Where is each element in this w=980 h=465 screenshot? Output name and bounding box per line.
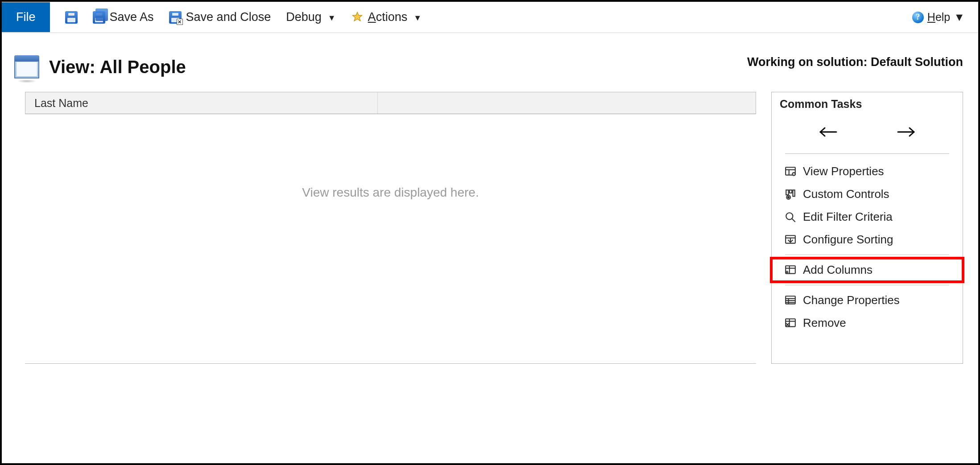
arrow-left-icon: [818, 125, 839, 139]
common-tasks-panel: Common Tasks i View Properties Cust: [771, 92, 963, 364]
svg-point-13: [786, 213, 793, 219]
task-label: Remove: [803, 316, 846, 330]
task-change-properties[interactable]: Change Properties: [772, 289, 963, 312]
help-label: Help: [927, 11, 950, 24]
task-label: Change Properties: [803, 293, 900, 307]
remove-column-icon: [784, 317, 797, 329]
common-tasks-title: Common Tasks: [772, 92, 963, 119]
svg-text:i: i: [794, 173, 794, 175]
view-entity-icon: [14, 55, 39, 78]
svg-rect-8: [786, 190, 788, 195]
toolbar-left: File Save As ✕ Save and Close Debug ▼: [2, 2, 912, 32]
solution-indicator: Working on solution: Default Solution: [747, 55, 963, 69]
content-row: Last Name View results are displayed her…: [2, 92, 978, 364]
task-custom-controls[interactable]: Custom Controls: [772, 183, 963, 206]
page-title-prefix: View:: [49, 57, 95, 77]
column-header-label: Last Name: [34, 97, 88, 110]
solution-prefix: Working on solution:: [747, 55, 867, 69]
save-button[interactable]: [65, 11, 78, 24]
add-column-icon: [784, 264, 797, 276]
file-tab-label: File: [16, 10, 36, 24]
help-menu[interactable]: ? Help ▼: [912, 11, 965, 24]
properties-list-icon: [784, 295, 797, 306]
debug-label: Debug: [286, 10, 322, 24]
arrow-right-icon: [895, 125, 917, 139]
task-label: View Properties: [803, 165, 884, 178]
save-and-close-label: Save and Close: [186, 10, 271, 24]
page-header: View: All People Working on solution: De…: [2, 33, 978, 92]
divider: [785, 255, 949, 255]
magnifier-icon: [784, 211, 797, 223]
save-as-icon: [93, 11, 105, 24]
debug-menu[interactable]: Debug ▼: [286, 10, 335, 24]
actions-label: Actions: [368, 10, 408, 24]
task-label: Add Columns: [803, 263, 872, 277]
caret-down-icon: ▼: [954, 11, 965, 24]
page-header-left: View: All People: [14, 55, 186, 78]
svg-point-12: [788, 196, 789, 198]
task-label: Custom Controls: [803, 187, 889, 201]
page-title: View: All People: [49, 57, 186, 77]
save-as-button[interactable]: Save As: [93, 10, 154, 24]
sort-icon: [784, 234, 797, 246]
svg-marker-0: [352, 12, 362, 21]
grid-placeholder: View results are displayed here.: [302, 185, 479, 200]
move-right-button[interactable]: [893, 123, 919, 141]
grid-body: View results are displayed here.: [25, 114, 756, 364]
star-hand-icon: [351, 11, 364, 24]
view-grid: Last Name View results are displayed her…: [25, 92, 756, 364]
solution-name: Default Solution: [871, 55, 963, 69]
caret-down-icon: ▼: [414, 13, 422, 23]
svg-rect-9: [790, 190, 792, 193]
save-icon: [65, 11, 78, 24]
grid-info-icon: i: [784, 166, 797, 177]
column-move-arrows: [772, 119, 963, 153]
column-header-last-name[interactable]: Last Name: [25, 92, 378, 114]
svg-rect-10: [793, 190, 794, 196]
toolbar: File Save As ✕ Save and Close Debug ▼: [2, 2, 978, 33]
save-as-label: Save As: [110, 10, 154, 24]
task-view-properties[interactable]: i View Properties: [772, 160, 963, 183]
task-label: Edit Filter Criteria: [803, 210, 893, 224]
actions-menu[interactable]: Actions ▼: [351, 10, 422, 24]
grid-header-row: Last Name: [25, 92, 756, 114]
task-edit-filter-criteria[interactable]: Edit Filter Criteria: [772, 206, 963, 228]
divider: [785, 285, 949, 285]
task-list: i View Properties Custom Controls Edit F…: [772, 154, 963, 341]
task-configure-sorting[interactable]: Configure Sorting: [772, 228, 963, 251]
svg-line-14: [792, 218, 795, 222]
move-left-button[interactable]: [815, 123, 842, 141]
file-tab[interactable]: File: [2, 2, 50, 32]
caret-down-icon: ▼: [328, 13, 336, 23]
controls-gear-icon: [784, 189, 797, 200]
save-and-close-icon: ✕: [169, 11, 182, 24]
save-and-close-button[interactable]: ✕ Save and Close: [169, 10, 271, 24]
task-label: Configure Sorting: [803, 233, 893, 247]
task-add-columns[interactable]: Add Columns: [772, 259, 963, 281]
page-title-name: All People: [99, 57, 186, 77]
help-icon: ?: [912, 12, 924, 23]
task-remove[interactable]: Remove: [772, 312, 963, 334]
